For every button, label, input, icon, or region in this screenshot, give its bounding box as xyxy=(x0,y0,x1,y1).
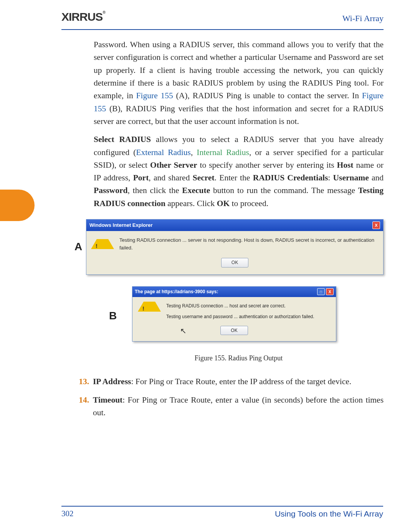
ip-address-label: IP Address xyxy=(93,377,131,386)
external-radius-link[interactable]: External Radius xyxy=(136,148,191,157)
p2-sep: , xyxy=(191,148,197,157)
para1-text-c: (B), RADIUS Ping verifies that the host … xyxy=(94,104,384,126)
dialog-b-message1: Testing RADIUS connection ... host and s… xyxy=(166,302,314,310)
numbered-steps: 13. IP Address: For Ping or Trace Route,… xyxy=(73,375,384,419)
password-label: Password xyxy=(94,186,127,195)
page-container: XIRRUS® Wi-Fi Array Password. When using… xyxy=(0,0,420,530)
secret-label: Secret xyxy=(193,173,215,182)
figure-container: A Windows Internet Explorer X Testing RA… xyxy=(94,219,384,342)
side-tab-decoration xyxy=(0,190,35,221)
body-content: Password. When using a RADIUS server, th… xyxy=(94,38,384,419)
warning-icon xyxy=(91,239,114,249)
p2-text-i: , then click the xyxy=(127,186,182,195)
warning-icon xyxy=(138,302,161,312)
ie-dialog-a: Windows Internet Explorer X Testing RADI… xyxy=(86,219,384,275)
page-footer: 302 Using Tools on the Wi-Fi Array xyxy=(61,506,383,518)
host-label: Host xyxy=(337,160,354,170)
dialog-a-row: A Windows Internet Explorer X Testing RA… xyxy=(94,219,384,275)
p2-text-l: to proceed. xyxy=(230,199,268,208)
p2-text-h: and xyxy=(369,173,384,182)
maximize-icon[interactable]: □ xyxy=(317,288,325,295)
step-14-number: 14. xyxy=(73,394,89,419)
titlebar-icons: □ X xyxy=(317,288,334,295)
select-radius-label: Select RADIUS xyxy=(94,135,151,144)
step-13-number: 13. xyxy=(73,375,89,388)
radius-credentials-label: RADIUS Credentials xyxy=(253,173,328,182)
dialog-b-row: B The page at https://adrians-3900 says:… xyxy=(94,286,384,342)
page-header: XIRRUS® Wi-Fi Array xyxy=(61,8,384,30)
ok-button[interactable]: OK xyxy=(220,326,248,335)
p2-text-k: appears. Click xyxy=(165,199,217,208)
dialog-a-body: Testing RADIUS connection ... server is … xyxy=(86,231,383,274)
dialog-b-title: The page at https://adrians-3900 says: xyxy=(135,288,218,296)
paragraph-select-radius: Select RADIUS allows you to select a RAD… xyxy=(94,133,384,210)
dialog-b-titlebar: The page at https://adrians-3900 says: □… xyxy=(132,287,336,297)
close-icon[interactable]: X xyxy=(372,221,380,229)
dialog-a-title: Windows Internet Explorer xyxy=(89,221,153,229)
step-14: 14. Timeout: For Ping or Trace Route, en… xyxy=(73,394,384,419)
step-14-text: Timeout: For Ping or Trace Route, enter … xyxy=(93,394,384,419)
p2-text-e: , and shared xyxy=(149,173,192,182)
cursor-icon: ↖ xyxy=(180,325,187,337)
brand-logo: XIRRUS® xyxy=(61,10,105,23)
p2-text-g: : xyxy=(328,173,333,182)
internal-radius-link[interactable]: Internal Radius xyxy=(197,148,249,157)
p2-text-f: . Enter the xyxy=(215,173,253,182)
execute-label: Execute xyxy=(182,186,210,195)
step-13-text: IP Address: For Ping or Trace Route, ent… xyxy=(93,375,384,388)
footer-section-title: Using Tools on the Wi-Fi Array xyxy=(275,509,383,518)
page-number: 302 xyxy=(61,509,74,518)
figure-link-1[interactable]: Figure 155 xyxy=(136,91,173,100)
dialog-b-message2: Testing username and password ... authen… xyxy=(166,313,314,320)
step-13-body: : For Ping or Trace Route, enter the IP … xyxy=(131,377,351,386)
ie-dialog-b: The page at https://adrians-3900 says: □… xyxy=(132,286,336,342)
step-13: 13. IP Address: For Ping or Trace Route,… xyxy=(73,375,384,388)
p2-text-c: to specify another server by entering it… xyxy=(197,160,337,170)
label-a: A xyxy=(74,238,82,255)
close-icon[interactable]: X xyxy=(326,288,334,295)
dialog-b-body: Testing RADIUS connection ... host and s… xyxy=(132,297,336,342)
other-server-label: Other Server xyxy=(150,160,197,170)
ok-label: OK xyxy=(217,199,230,208)
dialog-a-titlebar: Windows Internet Explorer X xyxy=(86,220,383,231)
port-label: Port xyxy=(133,173,149,182)
timeout-label: Timeout xyxy=(93,395,122,405)
username-label: Username xyxy=(333,173,369,182)
dialog-a-message: Testing RADIUS connection ... server is … xyxy=(119,236,379,252)
ok-button[interactable]: OK xyxy=(221,258,248,267)
para1-text-b: (A), RADIUS Ping is unable to contact th… xyxy=(173,91,362,100)
dialog-b-messages: Testing RADIUS connection ... host and s… xyxy=(166,302,314,324)
paragraph-password: Password. When using a RADIUS server, th… xyxy=(94,38,384,128)
figure-caption: Figure 155. Radius Ping Output xyxy=(94,353,384,364)
label-b: B xyxy=(109,307,117,324)
step-14-body: : For Ping or Trace Route, enter a value… xyxy=(93,395,384,417)
header-right-text: Wi-Fi Array xyxy=(342,13,384,23)
p2-text-j: button to run the command. The message xyxy=(210,186,358,195)
